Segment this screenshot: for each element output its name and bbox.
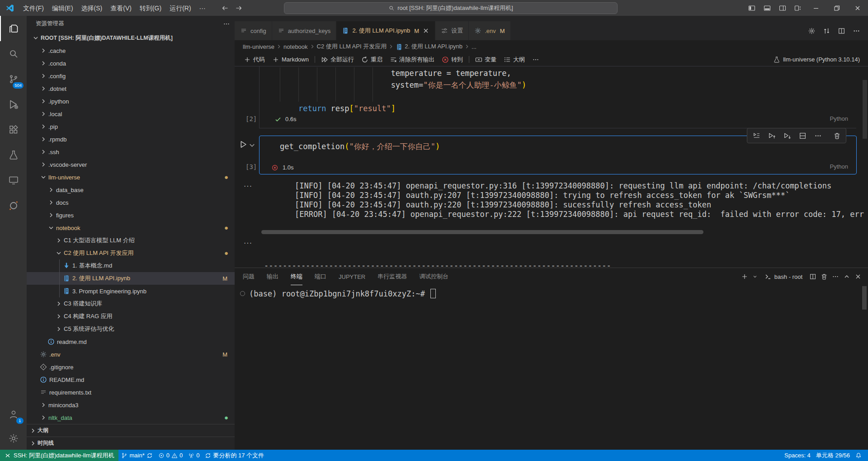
execute-above-button[interactable] <box>749 129 764 142</box>
toggle-sidebar-button[interactable] <box>744 0 760 16</box>
activity-run-debug[interactable] <box>0 92 27 117</box>
panel-tab-调试控制台[interactable]: 调试控制台 <box>419 268 448 285</box>
nb-toolbar-变量[interactable]: 变量 <box>472 54 500 65</box>
cell-2-code[interactable]: get_completion("你好，介绍一下你自己") <box>280 141 440 153</box>
new-terminal-icon[interactable] <box>741 273 748 280</box>
tree-item[interactable]: ROOT [SSH: 阿里(白嫖)DATAWHILE-LLM课程用机] <box>27 32 235 44</box>
close-panel-icon[interactable] <box>854 273 862 280</box>
branch-indicator[interactable]: main* <box>118 450 155 461</box>
terminal-instance[interactable]: bash - root <box>764 273 802 280</box>
menu-item-2[interactable]: 选择(S) <box>77 3 107 14</box>
tree-item[interactable]: .dotnet <box>27 82 235 95</box>
tree-item[interactable]: docs <box>27 196 235 209</box>
editor-tab-3[interactable]: 设置 <box>435 21 469 40</box>
split-editor-icon[interactable] <box>838 27 845 35</box>
menu-item-4[interactable]: 转到(G) <box>136 3 165 14</box>
tree-item[interactable]: .envM <box>27 348 235 361</box>
tree-item[interactable]: miniconda3 <box>27 399 235 411</box>
tree-item[interactable]: 3. Prompt Engineering.ipynb <box>27 285 235 297</box>
command-center-search[interactable]: root [SSH: 阿里(白嫖)datawhile-llm课程用机] <box>284 2 618 14</box>
notebook-scrollbar[interactable] <box>863 80 867 139</box>
cell-1-language[interactable]: Python <box>830 115 848 122</box>
maximize-panel-icon[interactable] <box>843 273 850 280</box>
delete-cell-button[interactable] <box>830 129 844 142</box>
breadcrumb-item-3[interactable]: 2. 使用 LLM API.ipynb <box>396 42 462 51</box>
cell-more-actions-button[interactable] <box>811 129 825 142</box>
tree-item[interactable]: .gitignore <box>27 361 235 373</box>
activity-remote-explorer[interactable] <box>0 168 27 193</box>
breadcrumb-item-4[interactable]: ... <box>472 43 476 50</box>
panel-scrollbar[interactable] <box>862 286 867 310</box>
activity-extensions[interactable] <box>0 117 27 142</box>
cell-2-language[interactable]: Python <box>830 163 848 170</box>
tree-item[interactable]: llm-universe● <box>27 171 235 183</box>
activity-explorer[interactable] <box>0 16 27 41</box>
analyze-indicator[interactable]: 要分析的 17 个文件 <box>202 450 267 461</box>
panel-tab-终端[interactable]: 终端 <box>291 268 302 285</box>
activity-search[interactable] <box>0 41 27 66</box>
tree-item[interactable]: C5 系统评估与优化 <box>27 323 235 335</box>
breadcrumb-item-1[interactable]: notebook <box>283 43 308 50</box>
cell-2-run-button[interactable] <box>239 139 256 150</box>
menu-item-3[interactable]: 查看(V) <box>106 3 136 14</box>
output-horizontal-scrollbar[interactable] <box>261 230 703 234</box>
terminal-dropdown-icon[interactable] <box>752 274 758 279</box>
editor-tab-2[interactable]: 2. 使用 LLM API.ipynbM <box>336 21 435 40</box>
tree-item[interactable]: C1 大型语言模型 LLM 介绍 <box>27 234 235 247</box>
customize-layout-button[interactable] <box>790 0 806 16</box>
panel-tab-输出[interactable]: 输出 <box>267 268 278 285</box>
kill-terminal-icon[interactable] <box>821 273 828 280</box>
nb-toolbar-转到[interactable]: 转到 <box>438 54 467 65</box>
nb-toolbar-大纲[interactable]: 大纲 <box>500 54 528 65</box>
panel-tab-问题[interactable]: 问题 <box>243 268 255 285</box>
nb-toolbar-Markdown[interactable]: Markdown <box>269 55 312 65</box>
restore-button[interactable] <box>826 0 847 16</box>
cell-position-indicator[interactable]: 单元格 29/56 <box>813 450 853 461</box>
sidebar-section-1[interactable]: 时间线 <box>27 437 235 449</box>
tree-item[interactable]: .config <box>27 70 235 82</box>
kernel-picker[interactable]: llm-universe (Python 3.10.14) <box>773 56 868 63</box>
split-cell-button[interactable] <box>795 129 810 142</box>
activity-source-control[interactable]: 504 <box>0 66 27 92</box>
tree-item[interactable]: nltk_data● <box>27 411 235 424</box>
editor-tab-1[interactable]: authorized_keys <box>272 21 337 40</box>
activity-testing[interactable] <box>0 142 27 168</box>
terminal-content[interactable]: (base) root@iZbp1bgni7jnk8f7ui0xzyZ:~# <box>240 289 436 298</box>
cell-1-code[interactable]: temperature = temperature, system="你是一名个… <box>280 67 526 114</box>
tree-item[interactable]: .rpmdb <box>27 133 235 146</box>
tree-item[interactable]: .ssh <box>27 146 235 158</box>
tree-item[interactable]: figures <box>27 209 235 221</box>
nb-toolbar-more[interactable] <box>528 55 543 65</box>
nav-back-icon[interactable] <box>222 5 229 12</box>
more-actions-icon[interactable] <box>853 27 860 35</box>
editor-tab-4[interactable]: .envM <box>469 21 510 40</box>
output-more-actions[interactable]: ··· <box>244 182 252 190</box>
menu-item-0[interactable]: 文件(F) <box>19 3 48 14</box>
breadcrumb-item-2[interactable]: C2 使用 LLM API 开发应用 <box>317 42 387 51</box>
tree-item[interactable]: .conda <box>27 57 235 70</box>
tree-item[interactable]: data_base <box>27 183 235 196</box>
close-icon[interactable] <box>422 27 429 34</box>
remote-indicator[interactable]: SSH: 阿里(白嫖)datawhile-llm课程用机 <box>0 450 118 461</box>
manage-button[interactable] <box>0 427 27 450</box>
tree-item[interactable]: requirements.txt <box>27 386 235 399</box>
problems-indicator[interactable]: 0 0 <box>156 450 185 461</box>
menu-item-6[interactable]: ··· <box>195 3 210 14</box>
toggle-panel-button[interactable] <box>760 0 775 16</box>
minimize-button[interactable] <box>806 0 826 16</box>
breadcrumb-item-0[interactable]: llm-universe <box>243 43 274 50</box>
tree-item[interactable]: C2 使用 LLM API 开发应用● <box>27 247 235 259</box>
ports-indicator[interactable]: 0 <box>185 450 202 461</box>
nav-forward-icon[interactable] <box>235 5 242 12</box>
tree-item[interactable]: readme.md <box>27 335 235 348</box>
tree-item[interactable]: C3 搭建知识库 <box>27 297 235 310</box>
tree-item[interactable]: notebook● <box>27 221 235 234</box>
tree-item[interactable]: .ipython <box>27 95 235 108</box>
traceback-more-actions[interactable]: ··· <box>244 239 252 247</box>
panel-tab-JUPYTER[interactable]: JUPYTER <box>339 268 365 285</box>
open-changes-icon[interactable] <box>823 27 830 35</box>
sidebar-section-0[interactable]: 大纲 <box>27 424 235 437</box>
tree-item[interactable]: .vscode-server <box>27 158 235 171</box>
menu-item-1[interactable]: 编辑(E) <box>48 3 77 14</box>
run-cells-above-button[interactable] <box>764 129 779 142</box>
